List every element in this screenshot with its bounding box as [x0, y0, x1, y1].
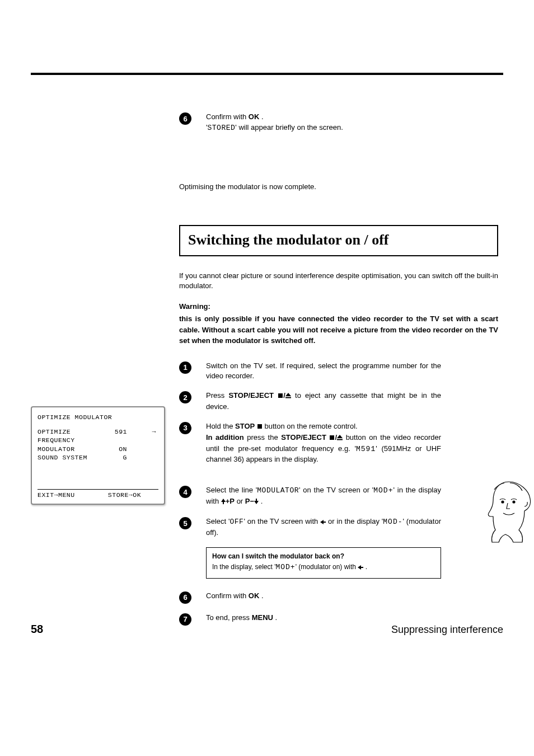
tv-osd-value: G [110, 453, 127, 462]
svg-marker-10 [358, 565, 363, 570]
tv-osd-footer: EXIT→MENU STORE→OK [38, 491, 158, 500]
segment-display-text: MOD+ [275, 563, 295, 571]
step-6: 6 Confirm with OK . [179, 591, 498, 604]
text: press the [244, 433, 282, 442]
text: or [237, 497, 245, 505]
text: . [273, 613, 277, 622]
step-body: Confirm with OK . 'STORED' will appear b… [206, 112, 498, 134]
tv-osd-value: ON [110, 445, 127, 454]
step-body: Confirm with OK . [206, 591, 498, 602]
note-title: How can I switch the modulator back on? [212, 552, 435, 560]
segment-display-text: MOD+ [373, 486, 393, 495]
tv-osd-box: OPTIMIZE MODULATOR OPTIMIZE FREQUENCY 59… [31, 406, 165, 505]
segment-display-text: M591 [356, 445, 376, 453]
step-2: 2 Press STOP/EJECT / to eject any casset… [179, 391, 498, 412]
mono-text: OFF [230, 518, 244, 526]
stop-icon [257, 422, 263, 433]
text: or in the display ' [328, 517, 383, 525]
text: Confirm with [206, 112, 249, 121]
text: . [259, 591, 263, 600]
text: ' on the TV screen or ' [299, 486, 373, 494]
svg-marker-1 [285, 393, 291, 396]
warning-para: this is only possible if you have connec… [179, 313, 498, 346]
text: In the display, select ' [212, 563, 275, 571]
tv-osd-label: SOUND SYSTEM [38, 453, 110, 462]
stop-icon [329, 433, 335, 444]
tv-osd-footer-left: EXIT→MENU [38, 491, 75, 499]
stop-icon [278, 391, 283, 402]
eject-icon [337, 433, 343, 444]
top-horizontal-rule [31, 73, 503, 75]
optimise-complete: Optimising the modulator is now complete… [179, 182, 498, 192]
key-menu: MENU [252, 613, 273, 622]
intro-para: If you cannot clear picture or sound int… [179, 271, 498, 292]
note-box: How can I switch the modulator back on? … [206, 547, 441, 579]
step-body: Press STOP/EJECT / to eject any cassette… [206, 391, 441, 412]
tv-osd-label: OPTIMIZE FREQUENCY [38, 428, 110, 445]
svg-marker-9 [320, 520, 326, 524]
text: To end, press [206, 613, 252, 622]
key-stop-eject: STOP/EJECT [281, 433, 326, 442]
key-stop: STOP [235, 422, 255, 430]
text-bold: In addition [206, 433, 244, 442]
tv-osd-value: 591 [110, 428, 127, 445]
step-badge: 6 [179, 112, 191, 125]
text: ' will appear briefly on the screen. [235, 123, 343, 132]
svg-rect-3 [257, 424, 262, 429]
key-ok: OK [249, 591, 260, 600]
tv-osd-row: OPTIMIZE FREQUENCY 591 → [38, 428, 158, 445]
note-body: In the display, select 'MOD+' (modulator… [212, 562, 435, 572]
svg-marker-7 [221, 499, 226, 504]
arrow-up-icon [221, 497, 226, 508]
svg-marker-8 [254, 499, 259, 504]
tv-osd-row: SOUND SYSTEM G [38, 453, 158, 462]
step-badge: 1 [179, 361, 191, 374]
text: ' on the TV screen with [243, 517, 320, 525]
eject-icon [285, 391, 291, 402]
svg-rect-0 [278, 393, 283, 398]
key-p: P [229, 497, 235, 505]
svg-point-12 [513, 501, 515, 503]
text: Press [206, 391, 228, 400]
mono-text: MODULATOR [257, 486, 299, 495]
mono-text: STORED [207, 124, 235, 132]
svg-rect-2 [285, 397, 291, 398]
key-ok: OK [249, 112, 260, 121]
step-body: Select 'OFF' on the TV screen with or in… [206, 516, 441, 538]
text: button on the remote control. [264, 422, 357, 430]
step-body: Hold the STOP button on the remote contr… [206, 421, 441, 465]
tv-osd-arrow: → [127, 428, 158, 445]
tv-osd-arrow [127, 445, 158, 454]
page-number: 58 [31, 623, 43, 636]
warning-label: Warning: [179, 302, 210, 311]
text: Confirm with [206, 591, 249, 600]
tv-osd-label: MODULATOR [38, 445, 110, 454]
text: Select the line ' [206, 486, 257, 494]
svg-rect-6 [337, 439, 343, 440]
text: ' (modulator on) with [296, 563, 358, 571]
step-badge: 3 [179, 422, 191, 434]
step-badge: 5 [179, 517, 191, 529]
step-badge: 4 [179, 486, 191, 498]
svg-marker-5 [337, 435, 343, 438]
text: . [261, 497, 263, 505]
text: . [259, 112, 263, 121]
tv-osd-footer-right: STORE→OK [108, 491, 141, 499]
tv-osd-title: OPTIMIZE MODULATOR [38, 413, 158, 422]
text: . [366, 563, 367, 571]
step-1: 1 Switch on the TV set. If required, sel… [179, 361, 498, 382]
segment-display-text: MOD- [383, 518, 402, 526]
step-body: Select the line 'MODULATOR' on the TV sc… [206, 485, 441, 508]
svg-rect-4 [330, 435, 334, 440]
section-heading-box: Switching the modulator on / off [179, 225, 498, 256]
step-5: 5 Select 'OFF' on the TV screen with or … [179, 516, 498, 538]
step-badge: 6 [179, 591, 191, 604]
tv-osd-row: MODULATOR ON [38, 445, 158, 454]
step-body: Switch on the TV set. If required, selec… [206, 361, 441, 382]
text: Select ' [206, 517, 230, 525]
arrow-left-icon [320, 517, 326, 528]
tv-osd-arrow [127, 453, 158, 462]
arrow-down-icon [254, 497, 259, 508]
step-4: 4 Select the line 'MODULATOR' on the TV … [179, 485, 498, 508]
page-footer: 58 Suppressing interference [31, 623, 503, 636]
